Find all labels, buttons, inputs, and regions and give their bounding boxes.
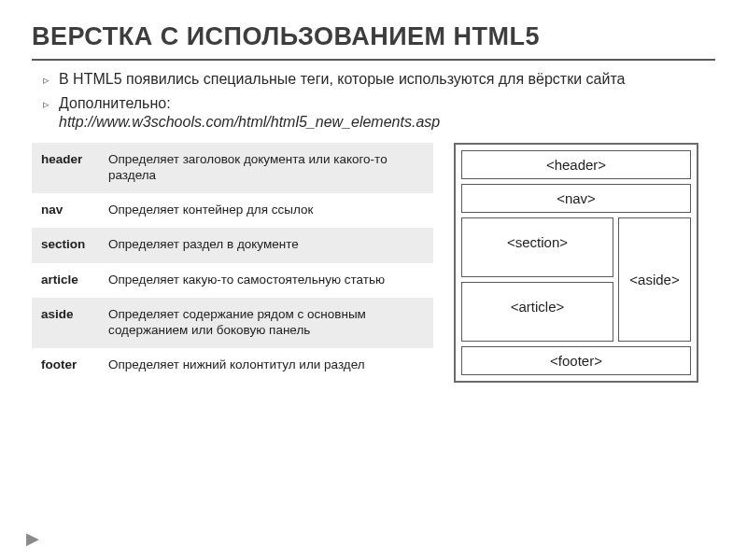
chevron-right-icon: ▹ (43, 97, 49, 112)
table-row: nav Определяет контейнер для ссылок (32, 193, 433, 228)
table-cell-desc: Определяет контейнер для ссылок (99, 193, 433, 228)
diagram-aside-box: <aside> (618, 217, 691, 342)
table-cell-tag: aside (32, 298, 99, 348)
table-cell-desc: Определяет какую-то самостоятельную стат… (99, 263, 433, 298)
diagram-header-box: <header> (461, 150, 691, 179)
table-cell-desc: Определяет заголовок документа или каког… (99, 143, 433, 193)
table-cell-desc: Определяет содержание рядом с основным с… (99, 298, 433, 348)
play-arrow-icon: ▶ (26, 528, 39, 549)
bullet-item: ▹ В HTML5 появились специальные теги, ко… (43, 70, 715, 89)
diagram-section-box: <section> (461, 217, 613, 277)
table-cell-desc: Определяет нижний колонтитул или раздел (99, 348, 433, 383)
diagram-article-box: <article> (461, 282, 613, 342)
bullet-item: ▹ Дополнительно: http://www.w3schools.co… (43, 94, 715, 132)
layout-diagram: <header> <nav> <section> <article> <asid… (454, 143, 698, 383)
reference-link: http://www.w3schools.com/html/html5_new_… (59, 114, 440, 130)
table-row: section Определяет раздел в документе (32, 228, 433, 262)
table-cell-tag: nav (32, 193, 99, 228)
diagram-nav-box: <nav> (461, 184, 691, 213)
table-row: footer Определяет нижний колонтитул или … (32, 348, 433, 383)
bullet-text: Дополнительно: http://www.w3schools.com/… (59, 94, 440, 132)
table-cell-tag: header (32, 143, 99, 193)
tags-table: header Определяет заголовок документа ил… (32, 143, 433, 383)
table-cell-tag: article (32, 263, 99, 298)
bullet-list: ▹ В HTML5 появились специальные теги, ко… (43, 70, 715, 132)
table-row: aside Определяет содержание рядом с осно… (32, 298, 433, 348)
bullet-text: В HTML5 появились специальные теги, кото… (59, 70, 625, 89)
table-cell-tag: section (32, 228, 99, 262)
slide-title: ВЕРСТКА С ИСПОЛЬЗОВАНИЕМ HTML5 (32, 22, 715, 61)
chevron-right-icon: ▹ (43, 73, 49, 88)
diagram-footer-box: <footer> (461, 346, 691, 375)
table-row: article Определяет какую-то самостоятель… (32, 263, 433, 298)
bullet-label: Дополнительно: (59, 95, 171, 111)
table-cell-desc: Определяет раздел в документе (99, 228, 433, 262)
table-cell-tag: footer (32, 348, 99, 383)
table-row: header Определяет заголовок документа ил… (32, 143, 433, 193)
